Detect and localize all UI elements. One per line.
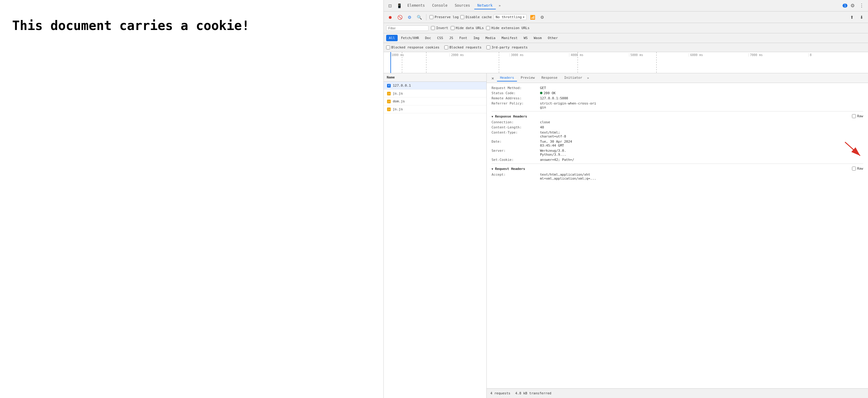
- rt-tab-font[interactable]: Font: [457, 35, 470, 41]
- device-icon[interactable]: 📱: [395, 2, 403, 10]
- rt-tab-other[interactable]: Other: [545, 35, 561, 41]
- request-row[interactable]: js js.js: [384, 105, 486, 113]
- request-headers-header: Request Headers Raw: [492, 165, 863, 172]
- raw-request-label[interactable]: Raw: [852, 166, 863, 171]
- detail-row-content-type: Content-Type: text/html;charset=utf-8: [492, 130, 863, 139]
- error-badge: 1: [842, 4, 847, 7]
- raw-request-checkbox[interactable]: [852, 166, 856, 171]
- tab-sources[interactable]: Sources: [452, 2, 473, 9]
- rt-tab-doc[interactable]: Doc: [422, 35, 434, 41]
- invert-filter-checkbox[interactable]: [431, 26, 435, 30]
- detail-row-content-length: Content-Length: 40: [492, 125, 863, 130]
- record-button[interactable]: ⏺: [386, 13, 394, 21]
- detail-row-status-code: Status Code: 200 OK: [492, 91, 863, 96]
- rt-tab-ws[interactable]: WS: [521, 35, 530, 41]
- detail-row-set-cookie: Set-Cookie: answer=42; Path=/: [492, 157, 863, 162]
- detail-tab-more[interactable]: »: [586, 75, 590, 81]
- rt-tab-js[interactable]: JS: [446, 35, 456, 41]
- rt-tab-css[interactable]: CSS: [434, 35, 446, 41]
- request-list-header: Name: [384, 73, 486, 82]
- disable-cache-label[interactable]: Disable cache: [460, 15, 492, 19]
- devtools-top-toolbar: ⊡ 📱 Elements Console Sources Network » 1…: [384, 0, 868, 11]
- blocked-requests-checkbox[interactable]: [444, 45, 448, 50]
- filter-bar: Invert Hide data URLs Hide extension URL…: [384, 23, 868, 33]
- invert-filter-label[interactable]: Invert: [431, 26, 448, 30]
- hide-extension-urls-checkbox[interactable]: [486, 26, 490, 30]
- rt-tab-manifest[interactable]: Manifest: [499, 35, 520, 41]
- request-headers-title[interactable]: Request Headers: [492, 165, 525, 172]
- close-details-button[interactable]: ✕: [489, 74, 496, 82]
- timeline-marker-2000: 2000 ms: [450, 53, 509, 57]
- js-type-icon: js: [387, 99, 391, 103]
- rt-tab-img[interactable]: Img: [471, 35, 482, 41]
- search-button[interactable]: 🔍: [415, 13, 423, 21]
- rt-tab-all[interactable]: All: [386, 35, 398, 41]
- timeline-dashed-line-3: [499, 52, 499, 73]
- timeline-current-time-line: [391, 52, 391, 73]
- timeline-markers: 1000 ms 2000 ms 3000 ms 4000 ms 5000 ms …: [384, 53, 868, 57]
- detail-tab-headers[interactable]: Headers: [497, 74, 517, 82]
- detail-tab-response[interactable]: Response: [538, 74, 561, 82]
- rt-tab-media[interactable]: Media: [483, 35, 498, 41]
- tab-more[interactable]: »: [497, 2, 503, 9]
- tab-network[interactable]: Network: [474, 2, 496, 9]
- third-party-requests-label[interactable]: 3rd-party requests: [486, 45, 528, 50]
- rt-tab-wasm[interactable]: Wasm: [531, 35, 545, 41]
- disable-cache-checkbox[interactable]: [460, 15, 464, 19]
- detail-row-request-method: Request Method: GET: [492, 85, 863, 91]
- rt-tab-fetch-xhr[interactable]: Fetch/XHR: [398, 35, 422, 41]
- network-settings-icon[interactable]: ⚙: [538, 13, 546, 21]
- upload-icon[interactable]: ⬆: [848, 13, 856, 21]
- third-party-requests-checkbox[interactable]: [486, 45, 490, 50]
- preserve-log-label[interactable]: Preserve log: [430, 15, 459, 19]
- transferred-size: 4.8 kB transferred: [515, 391, 551, 395]
- clear-button[interactable]: 🚫: [396, 13, 404, 21]
- detail-tab-initiator[interactable]: Initiator: [561, 74, 585, 82]
- dock-icon[interactable]: ⊡: [386, 2, 394, 10]
- detail-row-remote-address: Remote Address: 127.0.0.1:5000: [492, 96, 863, 101]
- throttle-select[interactable]: No throttling ▾: [494, 14, 527, 20]
- toolbar-separator-1: [426, 14, 427, 20]
- devtools-panel: ⊡ 📱 Elements Console Sources Network » 1…: [383, 0, 868, 398]
- response-headers-header: Response Headers Raw: [492, 113, 863, 120]
- blocked-response-cookies-label[interactable]: Blocked response cookies: [386, 45, 439, 50]
- blocked-requests-label[interactable]: Blocked requests: [444, 45, 482, 50]
- timeline-marker-5000: 5000 ms: [629, 53, 689, 57]
- timeline-marker-3000: 3000 ms: [509, 53, 569, 57]
- settings-icon[interactable]: ⚙: [848, 2, 857, 10]
- response-headers-title[interactable]: Response Headers: [492, 113, 527, 120]
- timeline-marker-6000: 6000 ms: [689, 53, 748, 57]
- details-panel: ✕ Headers Preview Response Initiator »: [487, 73, 868, 398]
- raw-response-label[interactable]: Raw: [852, 114, 863, 118]
- response-headers-section: Response Headers Raw Connection: close C…: [492, 113, 863, 162]
- request-list: Name d 127.0.0.1 js js.js js: [384, 73, 487, 398]
- hide-data-urls-checkbox[interactable]: [451, 26, 455, 30]
- js-type-icon: js: [387, 107, 391, 112]
- detail-content: Request Method: GET Status Code: 200 OK …: [487, 83, 868, 388]
- filter-input[interactable]: [388, 26, 427, 30]
- network-toolbar: ⏺ 🚫 ⚙ 🔍 Preserve log Disable cache No th…: [384, 11, 868, 23]
- detail-row-server: Server: Werkzeug/3.0.Python/3.9...: [492, 148, 863, 157]
- hide-extension-urls-label[interactable]: Hide extension URLs: [486, 26, 529, 30]
- status-dot: [540, 92, 542, 94]
- blocked-response-cookies-checkbox[interactable]: [386, 45, 390, 50]
- detail-row-connection: Connection: close: [492, 120, 863, 125]
- wifi-icon[interactable]: 📶: [528, 13, 536, 21]
- tab-console[interactable]: Console: [429, 2, 451, 9]
- filter-toggle-button[interactable]: ⚙: [406, 13, 413, 21]
- hide-data-urls-label[interactable]: Hide data URLs: [451, 26, 484, 30]
- timeline-marker-8000: 8: [808, 53, 868, 57]
- raw-response-checkbox[interactable]: [852, 114, 856, 118]
- resource-tabs: All Fetch/XHR Doc CSS JS Font Img Media …: [384, 33, 868, 43]
- tab-elements[interactable]: Elements: [404, 2, 428, 9]
- detail-tab-preview[interactable]: Preview: [518, 74, 537, 82]
- request-row[interactable]: d 127.0.0.1: [384, 82, 486, 90]
- devtools-more-icon[interactable]: ⋮: [858, 2, 866, 10]
- detail-row-referrer-policy: Referrer Policy: strict-origin-when-cros…: [492, 101, 863, 110]
- requests-count: 4 requests: [490, 391, 510, 395]
- download-icon[interactable]: ⬇: [858, 13, 866, 21]
- request-row[interactable]: js js.js: [384, 90, 486, 97]
- preserve-log-checkbox[interactable]: [430, 15, 433, 19]
- timeline-marker-4000: 4000 ms: [569, 53, 629, 57]
- request-row[interactable]: js dom.js: [384, 97, 486, 105]
